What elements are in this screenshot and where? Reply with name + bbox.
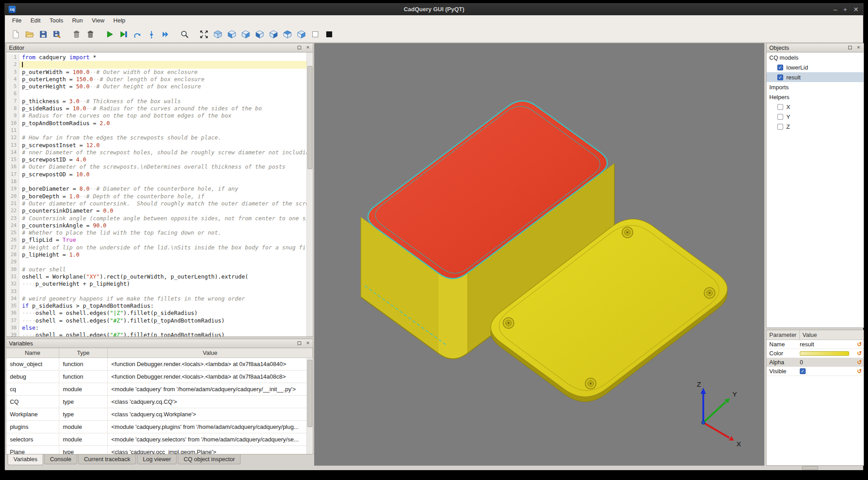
save-icon[interactable] bbox=[37, 28, 49, 40]
code-line[interactable]: 12# How far in from the edges the screwp… bbox=[6, 134, 307, 141]
reset-icon[interactable]: ↺ bbox=[855, 350, 864, 357]
code-line[interactable]: 7p_thickness = 3.0··# Thickness of the b… bbox=[6, 98, 307, 105]
variables-scrollbar-thumb[interactable] bbox=[307, 360, 312, 427]
parameter-value[interactable]: 0 bbox=[800, 359, 855, 366]
objects-tree-row-x[interactable]: X bbox=[767, 102, 864, 112]
parameter-value[interactable]: ✓ bbox=[800, 368, 855, 374]
code-line[interactable]: 1from cadquery import * bbox=[6, 54, 307, 61]
parameter-value[interactable] bbox=[800, 351, 855, 356]
reset-icon[interactable]: ↺ bbox=[855, 368, 864, 375]
code-line[interactable]: 17p_screwpostOD = 10.0 bbox=[6, 171, 307, 178]
code-line[interactable]: 5p_outerHeight = 50.0··# Outer height of… bbox=[6, 83, 307, 90]
reset-icon[interactable]: ↺ bbox=[855, 341, 864, 348]
code-line[interactable]: 31oshell = Workplane("XY").rect(p_outerW… bbox=[6, 273, 307, 280]
size-grip[interactable] bbox=[802, 466, 818, 470]
tab-log-viewer[interactable]: Log viewer bbox=[137, 454, 177, 464]
step-into-icon[interactable] bbox=[145, 28, 158, 40]
variables-column-header[interactable]: Value bbox=[108, 348, 313, 358]
parameter-value[interactable]: result bbox=[800, 341, 855, 348]
bottom-view-icon[interactable] bbox=[295, 28, 307, 40]
tab-cq-object-inspector[interactable]: CQ object inspector bbox=[178, 454, 241, 464]
table-row[interactable]: CQtype<class 'cadquery.cq.CQ'> bbox=[6, 396, 313, 408]
editor-scrollbar-thumb[interactable] bbox=[307, 66, 312, 169]
menu-item-file[interactable]: File bbox=[8, 15, 26, 26]
code-line[interactable]: 24p_countersinkAngle = 90.0 bbox=[6, 222, 307, 229]
code-line[interactable]: 3p_outerWidth = 100.0··# Outer width of … bbox=[6, 69, 307, 76]
tab-console[interactable]: Console bbox=[44, 454, 77, 464]
tab-current-traceback[interactable]: Current traceback bbox=[78, 454, 136, 464]
variables-float-button[interactable] bbox=[296, 340, 303, 347]
continue-icon[interactable] bbox=[159, 28, 171, 40]
variables-column-header[interactable]: Type bbox=[59, 348, 108, 358]
code-line[interactable]: 15p_screwpostID = 4.0 bbox=[6, 156, 307, 163]
open-file-icon[interactable] bbox=[23, 28, 35, 40]
code-line[interactable]: 22p_countersinkDiameter = 0.0 bbox=[6, 207, 307, 214]
maximize-button[interactable]: + bbox=[843, 4, 847, 15]
editor-float-button[interactable] bbox=[296, 44, 303, 52]
code-line[interactable]: 16# Outer Diameter of the screwposts.\nD… bbox=[6, 163, 307, 170]
minimize-button[interactable]: – bbox=[833, 4, 837, 15]
viewport-3d[interactable]: Z Y X bbox=[314, 43, 764, 466]
color-swatch[interactable] bbox=[800, 351, 849, 356]
code-line[interactable]: 32····p_outerHeight + p_lipHeight) bbox=[6, 280, 307, 288]
iso-view-icon[interactable] bbox=[212, 28, 224, 40]
objects-tree-row-helpers[interactable]: Helpers bbox=[767, 92, 864, 102]
visibility-checkbox[interactable] bbox=[777, 104, 783, 110]
code-line[interactable]: 28p_lipHeight = 1.0 bbox=[6, 251, 307, 258]
menu-item-edit[interactable]: Edit bbox=[26, 15, 45, 26]
clear-icon[interactable] bbox=[70, 28, 83, 40]
top-view-icon[interactable] bbox=[281, 28, 294, 40]
table-row[interactable]: show_objectfunction<function Debugger.re… bbox=[6, 358, 313, 371]
code-line[interactable]: 30# outer shell bbox=[6, 266, 307, 273]
shaded-icon[interactable] bbox=[323, 28, 335, 40]
code-line[interactable]: 14# nner Diameter of the screwpost holes… bbox=[6, 149, 307, 156]
wireframe-icon[interactable] bbox=[309, 28, 321, 40]
code-line[interactable]: 39····oshell = oshell.edges("#Z").fillet… bbox=[6, 332, 307, 336]
code-line[interactable]: 10p_topAndBottomRadius = 2.0 bbox=[6, 120, 307, 127]
objects-close-button[interactable]: ✕ bbox=[855, 44, 862, 52]
code-line[interactable]: 34# weird geometry happens if we make th… bbox=[6, 295, 307, 302]
editor-scrollbar[interactable] bbox=[307, 52, 313, 336]
tab-variables[interactable]: Variables bbox=[8, 454, 43, 465]
code-line[interactable]: 11 bbox=[6, 127, 307, 134]
objects-tree-row-lowerlid[interactable]: ✓lowerLid bbox=[767, 62, 864, 72]
code-line[interactable]: 19p_boreDiameter = 8.0··# Diameter of th… bbox=[6, 185, 307, 192]
objects-float-button[interactable] bbox=[846, 44, 854, 52]
visible-checkbox[interactable]: ✓ bbox=[800, 368, 806, 374]
code-line[interactable]: 38else: bbox=[6, 324, 307, 332]
visibility-checkbox[interactable] bbox=[777, 124, 783, 130]
step-over-icon[interactable] bbox=[132, 28, 144, 40]
code-line[interactable]: 37····oshell = oshell.edges("#Z").fillet… bbox=[6, 317, 307, 324]
render-icon[interactable] bbox=[104, 28, 116, 40]
code-line[interactable]: 20p_boreDepth = 1.0··# Depth of the coun… bbox=[6, 193, 307, 200]
menu-item-run[interactable]: Run bbox=[68, 15, 88, 26]
front-view-icon[interactable] bbox=[226, 28, 238, 40]
close-button[interactable]: ✕ bbox=[853, 4, 859, 15]
objects-tree-row-result[interactable]: ✓result bbox=[767, 72, 864, 82]
left-view-icon[interactable] bbox=[254, 28, 266, 40]
code-line[interactable]: 27# Height of lip on the underside of th… bbox=[6, 244, 307, 251]
table-row[interactable]: Workplanetype<class 'cadquery.cq.Workpla… bbox=[6, 408, 313, 421]
code-line[interactable]: 9# Radius for the curves on the top and … bbox=[6, 112, 307, 119]
visibility-checkbox[interactable] bbox=[777, 114, 783, 120]
code-line[interactable]: 23# Countersink angle (complete angle be… bbox=[6, 215, 307, 222]
new-file-icon[interactable] bbox=[9, 28, 22, 40]
code-line[interactable]: 33 bbox=[6, 288, 307, 295]
menu-item-view[interactable]: View bbox=[88, 15, 109, 26]
back-view-icon[interactable] bbox=[240, 28, 252, 40]
menu-item-tools[interactable]: Tools bbox=[45, 15, 67, 26]
objects-tree-row-imports[interactable]: Imports bbox=[767, 82, 864, 92]
table-row[interactable]: selectorsmodule<module 'cadquery.selecto… bbox=[6, 433, 313, 446]
fit-view-icon[interactable] bbox=[198, 28, 210, 40]
code-line[interactable]: 8p_sideRadius = 10.0··# Radius for the c… bbox=[6, 105, 307, 112]
code-line[interactable]: 29 bbox=[6, 258, 307, 266]
delete-icon[interactable] bbox=[84, 28, 96, 40]
value-column-header[interactable]: Value bbox=[800, 330, 817, 340]
menu-item-help[interactable]: Help bbox=[109, 15, 130, 26]
code-line[interactable]: 13p_screwpostInset = 12.0 bbox=[6, 142, 307, 149]
code-line[interactable]: 21# Outer diameter of countersink. Shoul… bbox=[6, 200, 307, 207]
visibility-checkbox[interactable]: ✓ bbox=[777, 65, 783, 70]
code-line[interactable]: 4p_outerLength = 150.0··# Outer length o… bbox=[6, 76, 307, 83]
zoom-icon[interactable] bbox=[179, 28, 191, 40]
variables-scrollbar[interactable] bbox=[307, 358, 313, 454]
